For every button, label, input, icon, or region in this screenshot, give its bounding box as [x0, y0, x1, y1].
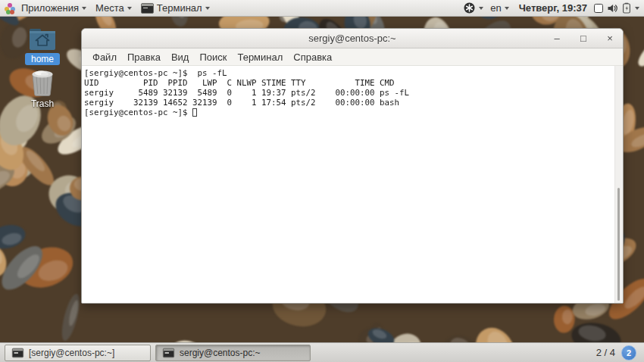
- desktop-icon-trash[interactable]: Trash: [21, 68, 64, 109]
- chevron-down-icon: [205, 7, 210, 10]
- terminal-cursor: [192, 108, 197, 117]
- menu-applications[interactable]: Приложения: [18, 0, 89, 16]
- window-title: sergiy@centos-pc:~: [308, 33, 395, 44]
- desktop-icon-trash-label: Trash: [31, 98, 54, 109]
- workspace-indicator-text: 2 / 4: [596, 347, 615, 358]
- notifications-icon[interactable]: [594, 4, 603, 13]
- terminal-app-icon: [163, 348, 174, 357]
- language-indicator[interactable]: en: [487, 0, 511, 16]
- close-icon[interactable]: ×: [605, 33, 615, 44]
- terminal-app-icon: [12, 348, 23, 357]
- terminal-screen[interactable]: [sergiy@centos-pc ~]$ ps -fL UID PID PPI…: [82, 66, 623, 303]
- scrollbar[interactable]: [614, 66, 623, 303]
- menu-search[interactable]: Поиск: [195, 50, 231, 64]
- home-folder-icon: [27, 28, 58, 51]
- scrollbar-thumb[interactable]: [617, 188, 620, 301]
- taskbar-window-label: [sergiy@centos-pc:~]: [29, 348, 114, 358]
- chevron-down-icon: [505, 7, 509, 10]
- terminal-output: [sergiy@centos-pc ~]$ ps -fL UID PID PPI…: [82, 66, 623, 108]
- clock[interactable]: Четверг, 19:37: [516, 2, 590, 14]
- volume-icon[interactable]: [607, 3, 618, 14]
- menu-terminal[interactable]: Терминал: [233, 50, 287, 64]
- top-panel: Приложения Места Терминал en Четверг, 19…: [0, 0, 644, 17]
- menu-edit[interactable]: Правка: [123, 50, 165, 64]
- language-label: en: [490, 2, 501, 14]
- applications-menu-icon[interactable]: [5, 3, 15, 14]
- menu-view[interactable]: Вид: [167, 50, 194, 64]
- terminal-prompt-line: [sergiy@centos-pc ~]$: [82, 108, 623, 117]
- menu-places-label: Места: [95, 2, 124, 14]
- workspace-switcher[interactable]: 2 / 4 2: [596, 345, 639, 360]
- terminal-prompt: [sergiy@centos-pc ~]$: [84, 108, 192, 117]
- taskbar-window-label: sergiy@centos-pc:~: [180, 348, 261, 358]
- taskbar-window-minimized[interactable]: [sergiy@centos-pc:~]: [5, 345, 151, 361]
- minimize-icon[interactable]: –: [552, 33, 562, 44]
- maximize-icon[interactable]: □: [578, 33, 589, 44]
- chevron-down-icon: [82, 7, 86, 10]
- taskbar-window-active[interactable]: sergiy@centos-pc:~: [155, 345, 311, 361]
- menu-applications-label: Приложения: [21, 2, 79, 14]
- workspace-badge[interactable]: 2: [621, 345, 636, 360]
- bottom-taskbar: [sergiy@centos-pc:~] sergiy@centos-pc:~ …: [0, 342, 644, 362]
- window-menubar: Файл Правка Вид Поиск Терминал Справка: [82, 48, 623, 66]
- menu-places[interactable]: Места: [92, 0, 135, 16]
- desktop-icon-home[interactable]: home: [21, 28, 64, 65]
- desktop-icon-home-label: home: [25, 53, 60, 65]
- input-method-icon[interactable]: [464, 2, 475, 14]
- terminal-app-icon: [141, 3, 154, 14]
- window-titlebar[interactable]: sergiy@centos-pc:~ – □ ×: [82, 29, 623, 48]
- battery-icon[interactable]: [622, 2, 631, 14]
- menu-file[interactable]: Файл: [88, 50, 121, 64]
- terminal-window: sergiy@centos-pc:~ – □ × Файл Правка Вид…: [81, 28, 624, 304]
- chevron-down-icon: [127, 7, 132, 10]
- chevron-down-icon[interactable]: [479, 7, 483, 10]
- chevron-down-icon[interactable]: [635, 7, 639, 10]
- menu-active-app-label: Терминал: [157, 2, 202, 14]
- menu-active-app[interactable]: Терминал: [138, 0, 213, 16]
- trash-can-icon: [29, 68, 56, 97]
- menu-help[interactable]: Справка: [289, 50, 336, 64]
